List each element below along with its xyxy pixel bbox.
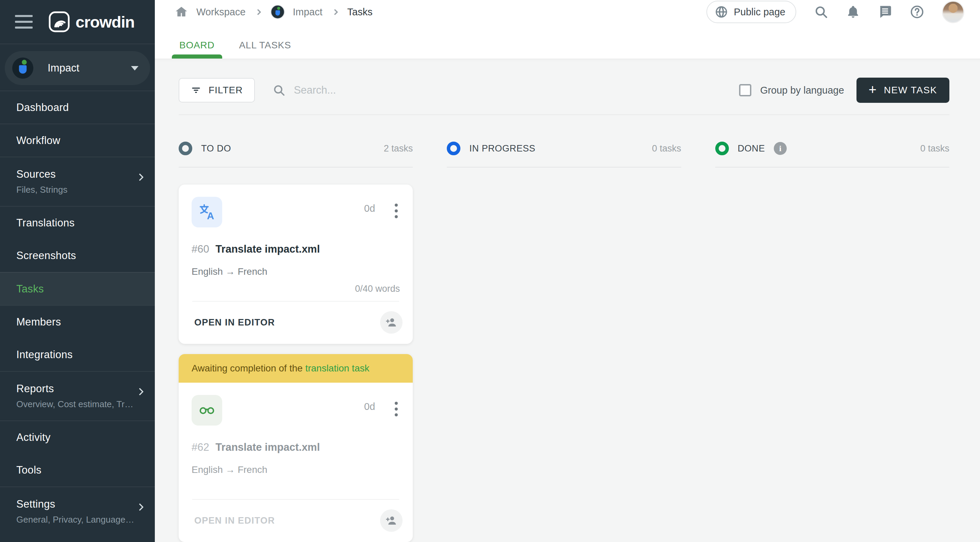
due-badge: 0d [364, 401, 375, 412]
card-menu-kebab-icon[interactable] [393, 400, 400, 418]
assign-user-button[interactable] [380, 311, 402, 334]
sidebar-item-settings[interactable]: Settings General, Privacy, Languages, Q… [0, 486, 155, 536]
language-pair: English → French [192, 266, 400, 277]
column-in-progress: IN PROGRESS 0 tasks [447, 142, 681, 542]
column-count: 0 tasks [652, 143, 681, 154]
sidebar-item-reports-subtitle: Overview, Cost estimate, Transl… [16, 399, 134, 410]
new-task-button[interactable]: + NEW TASK [856, 78, 950, 103]
sidebar-item-reports[interactable]: Reports Overview, Cost estimate, Transl… [0, 371, 155, 421]
task-name: Translate impact.xml [215, 441, 320, 453]
awaiting-banner-text: Awaiting completion of the [192, 363, 305, 373]
board-content: FILTER Group by language + NEW TASK [155, 59, 980, 542]
open-in-editor-button-disabled: OPEN IN EDITOR [192, 511, 278, 531]
chevron-right-icon [332, 9, 338, 15]
sidebar-item-activity[interactable]: Activity [0, 421, 155, 453]
words-progress [192, 477, 400, 499]
group-by-language-label: Group by language [760, 85, 844, 96]
column-title: IN PROGRESS [469, 143, 535, 154]
card-menu-kebab-icon[interactable] [393, 202, 400, 220]
task-id: #60 [192, 243, 209, 255]
sidebar-item-settings-subtitle: General, Privacy, Languages, Q… [16, 515, 134, 525]
group-by-language-toggle[interactable]: Group by language [739, 84, 844, 96]
project-logo-icon [12, 57, 33, 79]
task-card-62[interactable]: Awaiting completion of the translation t… [179, 354, 413, 542]
sidebar-top: crowdin [0, 0, 155, 44]
hamburger-menu-icon[interactable] [15, 15, 33, 29]
column-done: DONE i 0 tasks [715, 142, 950, 542]
chevron-right-icon [255, 9, 261, 15]
status-ring-icon [179, 142, 192, 155]
filter-label: FILTER [208, 85, 243, 96]
due-badge: 0d [364, 203, 375, 214]
open-in-editor-button[interactable]: OPEN IN EDITOR [192, 312, 278, 333]
filter-button[interactable]: FILTER [179, 78, 255, 102]
column-in-progress-header: IN PROGRESS 0 tasks [447, 142, 681, 167]
toolbar: FILTER Group by language + NEW TASK [179, 78, 950, 103]
chevron-right-icon [136, 503, 144, 511]
sidebar-nav: Dashboard Workflow Sources Files, String… [0, 91, 155, 542]
tab-board[interactable]: BOARD [179, 32, 215, 59]
crowdin-logo[interactable]: crowdin [48, 11, 134, 33]
sidebar: crowdin Impact Dashboard Workflow Source… [0, 0, 155, 542]
column-count: 2 tasks [384, 143, 413, 154]
public-page-button[interactable]: Public page [706, 1, 796, 23]
column-title: TO DO [201, 143, 231, 154]
task-id: #62 [192, 441, 209, 453]
column-done-header: DONE i 0 tasks [715, 142, 950, 167]
top-bar: Workspace Impact Tasks Public page [155, 0, 980, 24]
crowdin-mark-icon [48, 11, 70, 33]
task-name: Translate impact.xml [215, 243, 320, 255]
public-page-label: Public page [733, 6, 785, 18]
tab-all-tasks[interactable]: ALL TASKS [239, 32, 291, 59]
chevron-down-icon [131, 66, 138, 70]
status-ring-icon [447, 142, 460, 155]
tabs-bar: BOARD ALL TASKS [155, 24, 980, 59]
translate-task-icon: A [192, 197, 222, 228]
person-add-icon [385, 514, 398, 527]
words-progress: 0/40 words [192, 279, 400, 301]
sidebar-item-tasks[interactable]: Tasks [0, 272, 155, 305]
new-task-label: NEW TASK [884, 85, 937, 96]
info-icon[interactable]: i [774, 142, 787, 155]
search-icon [272, 84, 285, 97]
column-title: DONE [738, 143, 765, 154]
brand-name: crowdin [76, 13, 134, 31]
search-input[interactable] [294, 84, 498, 96]
breadcrumb-project-icon [270, 5, 285, 19]
assign-user-button[interactable] [380, 509, 402, 532]
awaiting-banner: Awaiting completion of the translation t… [179, 354, 413, 383]
breadcrumb: Workspace Impact Tasks [175, 5, 372, 19]
help-icon[interactable] [910, 5, 924, 19]
card-title: #60 Translate impact.xml [192, 243, 400, 255]
breadcrumb-workspace[interactable]: Workspace [196, 6, 246, 18]
column-todo: TO DO 2 tasks [179, 142, 413, 542]
breadcrumb-current-page: Tasks [347, 6, 372, 18]
search-box [272, 84, 739, 97]
task-card-60[interactable]: A 0d #60 Translate impact.xml English → [179, 185, 413, 344]
group-by-language-checkbox[interactable] [739, 84, 751, 96]
messages-icon[interactable] [878, 5, 892, 19]
sidebar-item-integrations[interactable]: Integrations [0, 338, 155, 371]
user-avatar[interactable] [942, 1, 964, 23]
home-icon[interactable] [175, 5, 188, 19]
translation-task-link[interactable]: translation task [305, 363, 369, 373]
sidebar-item-sources[interactable]: Sources Files, Strings [0, 156, 155, 206]
sidebar-item-translations[interactable]: Translations [0, 206, 155, 239]
kanban-board: TO DO 2 tasks [179, 142, 950, 542]
sidebar-item-members[interactable]: Members [0, 305, 155, 338]
chevron-right-icon [136, 173, 144, 181]
project-name: Impact [48, 62, 79, 74]
notifications-bell-icon[interactable] [846, 5, 860, 19]
column-count: 0 tasks [920, 143, 950, 154]
breadcrumb-project[interactable]: Impact [293, 6, 323, 18]
column-todo-cards: A 0d #60 Translate impact.xml English → [179, 185, 413, 542]
sidebar-item-tools[interactable]: Tools [0, 453, 155, 486]
sidebar-item-dashboard[interactable]: Dashboard [0, 91, 155, 124]
project-selector[interactable]: Impact [5, 51, 150, 85]
column-todo-header: TO DO 2 tasks [179, 142, 413, 167]
sidebar-item-workflow[interactable]: Workflow [0, 124, 155, 156]
person-add-icon [385, 316, 398, 329]
search-icon[interactable] [814, 5, 828, 19]
sidebar-item-screenshots[interactable]: Screenshots [0, 239, 155, 272]
status-ring-icon [715, 142, 729, 155]
